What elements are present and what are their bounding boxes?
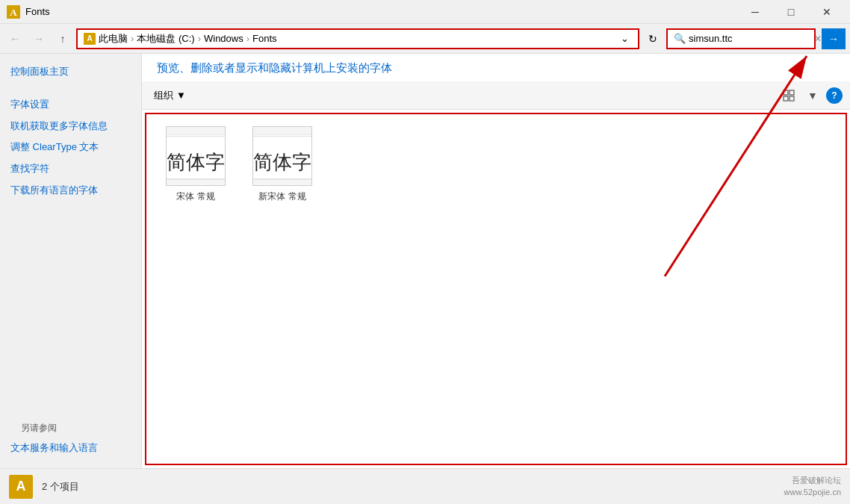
organize-dropdown-icon: ▼ [176,90,186,101]
search-icon: 🔍 [674,33,686,44]
breadcrumb: 此电脑 › 本地磁盘 (C:) › Windows › Fonts [99,32,277,46]
sep3: › [246,33,249,44]
font-name-newsongti: 新宋体 常规 [258,190,305,203]
search-box: 🔍 ✕ [666,28,816,49]
font-name-songti: 宋体 常规 [176,190,214,203]
search-clear-button[interactable]: ✕ [814,31,822,46]
sidebar-online-fonts[interactable]: 联机获取更多字体信息 [0,116,141,137]
see-also-label: 另请参阅 [10,410,131,438]
window-title: Fonts [25,6,738,17]
watermark-line1: 吾爱破解论坛 [784,475,841,486]
font-preview-songti: 简体字 [166,126,226,186]
sidebar-download-fonts[interactable]: 下载所有语言的字体 [0,180,141,202]
font-grid-area: 简体字 宋体 常规 简体字 [145,113,847,465]
up-button[interactable]: ↑ [52,28,73,49]
svg-rect-7 [167,127,225,134]
status-font-icon: A [9,475,33,499]
sidebar-cleartype[interactable]: 调整 ClearType 文本 [0,137,141,158]
sep2: › [198,33,201,44]
sidebar-font-settings[interactable]: 字体设置 [0,94,141,116]
status-bar: A 2 个项目 吾爱破解论坛 www.52pojie.cn [0,468,850,504]
address-bar[interactable]: A 此电脑 › 本地磁盘 (C:) › Windows › Fonts ⌄ [76,28,639,49]
svg-text:简体字: 简体字 [253,152,311,173]
view-toggle-button[interactable] [778,85,799,106]
font-preview-newsongti: 简体字 [252,126,312,186]
page-title: 预览、删除或者显示和隐藏计算机上安装的字体 [157,61,392,74]
organize-button[interactable]: 组织 ▼ [149,86,190,105]
sidebar-control-panel[interactable]: 控制面板主页 [0,61,141,83]
font-grid: 简体字 宋体 常规 简体字 [158,126,834,203]
svg-rect-15 [253,179,311,185]
title-bar: A Fonts ─ □ ✕ [0,0,850,24]
svg-rect-9 [167,179,225,185]
svg-rect-4 [784,96,788,101]
back-button[interactable]: ← [4,28,25,49]
sidebar-find-char[interactable]: 查找字符 [0,158,141,180]
content-header: 预览、删除或者显示和隐藏计算机上安装的字体 [142,54,850,81]
view-controls: ▼ ? [778,85,843,106]
search-input[interactable] [689,33,814,44]
breadcrumb-pc: 此电脑 [99,32,128,46]
address-font-icon: A [84,33,96,45]
svg-rect-5 [789,96,794,101]
font-item-newsongti[interactable]: 简体字 新宋体 常规 [245,126,320,203]
main-layout: 控制面板主页 字体设置 联机获取更多字体信息 调整 ClearType 文本 查… [0,54,850,468]
watermark-line2: www.52pojie.cn [784,487,841,498]
window-controls: ─ □ ✕ [738,0,844,24]
font-item-songti[interactable]: 简体字 宋体 常规 [158,126,233,203]
search-go-button[interactable]: → [822,28,846,49]
watermark: 吾爱破解论坛 www.52pojie.cn [784,475,841,498]
status-item-count: 2 个项目 [42,480,79,494]
toolbar: ← → ↑ A 此电脑 › 本地磁盘 (C:) › Windows › Font… [0,24,850,54]
svg-rect-3 [789,90,794,95]
sidebar: 控制面板主页 字体设置 联机获取更多字体信息 调整 ClearType 文本 查… [0,54,142,468]
content-area: 预览、删除或者显示和隐藏计算机上安装的字体 组织 ▼ ▼ ? [142,54,850,468]
minimize-button[interactable]: ─ [738,0,772,24]
forward-button[interactable]: → [28,28,49,49]
help-button[interactable]: ? [826,87,843,104]
address-dropdown-button[interactable]: ⌄ [617,31,632,46]
sidebar-text-services[interactable]: 文本服务和输入语言 [10,438,131,459]
svg-text:简体字: 简体字 [167,152,225,173]
organize-label: 组织 [154,89,173,102]
svg-text:A: A [10,7,17,18]
refresh-button[interactable]: ↻ [642,28,663,49]
svg-rect-13 [253,127,311,134]
breadcrumb-drive: 本地磁盘 (C:) [137,32,194,46]
breadcrumb-windows: Windows [204,33,243,44]
app-icon: A [6,4,21,19]
sep1: › [131,33,134,44]
command-bar: 组织 ▼ ▼ ? [142,81,850,110]
close-button[interactable]: ✕ [810,0,844,24]
view-dropdown-button[interactable]: ▼ [802,85,823,106]
breadcrumb-fonts: Fonts [252,33,277,44]
maximize-button[interactable]: □ [774,0,808,24]
svg-rect-2 [784,90,788,95]
